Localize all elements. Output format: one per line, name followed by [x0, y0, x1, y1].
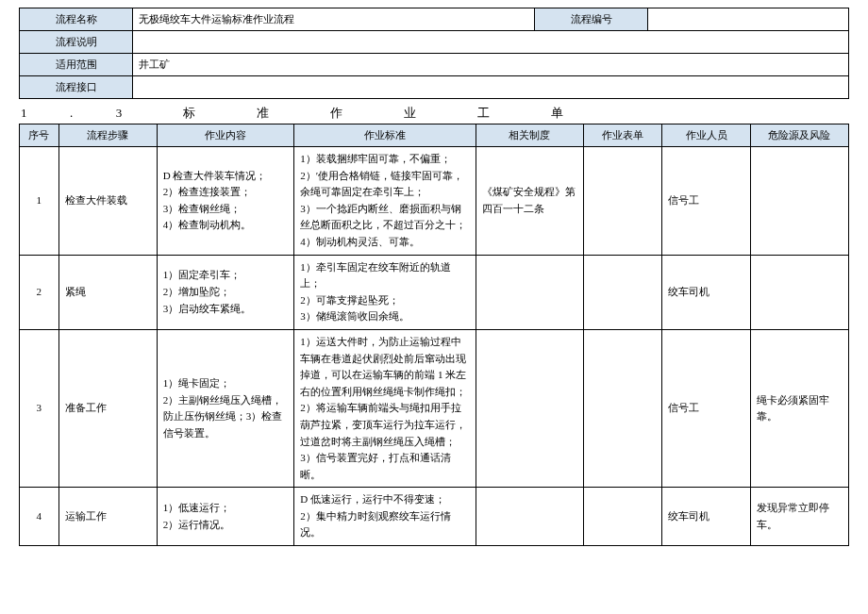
table-row: 4运输工作1）低速运行； 2）运行情况。D 低速运行，运行中不得变速； 2）集中…: [20, 488, 849, 546]
cell-seq: 2: [20, 255, 59, 329]
cell-step: 检查大件装载: [58, 147, 157, 256]
cell-regs: [476, 255, 583, 329]
header-standard: 作业标准: [294, 124, 476, 147]
cell-risk: 绳卡必须紧固牢靠。: [750, 329, 848, 487]
cell-staff: 信号工: [662, 147, 751, 256]
cell-staff: 绞车司机: [662, 255, 751, 329]
meta-table: 流程名称 无极绳绞车大件运输标准作业流程 流程编号 流程说明 适用范围 井工矿 …: [19, 8, 849, 99]
meta-label-iface: 流程接口: [20, 76, 133, 99]
cell-content: D 检查大件装车情况； 2）检查连接装置； 3）检查钢丝绳； 4）检查制动机构。: [157, 147, 294, 256]
cell-standard: D 低速运行，运行中不得变速； 2）集中精力时刻观察绞车运行情况。: [294, 488, 476, 546]
table-row: 2紧绳1）固定牵引车； 2）增加坠陀； 3）启动绞车紧绳。1）牵引车固定在绞车附…: [20, 255, 849, 329]
cell-form: [584, 147, 662, 256]
meta-value-iface: [133, 76, 849, 99]
cell-seq: 1: [20, 147, 59, 256]
cell-step: 准备工作: [58, 329, 157, 487]
cell-content: 1）绳卡固定； 2）主副钢丝绳压入绳槽，防止压伤钢丝绳；3）检查信号装置。: [157, 329, 294, 487]
header-regs: 相关制度: [476, 124, 583, 147]
cell-form: [584, 329, 662, 487]
cell-standard: 1）运送大件时，为防止运输过程中车辆在巷道起伏剧烈处前后窜动出现掉道，可以在运输…: [294, 329, 476, 487]
cell-standard: 1）牵引车固定在绞车附近的轨道上； 2）可靠支撑起坠死； 3）储绳滚筒收回余绳。: [294, 255, 476, 329]
cell-content: 1）固定牵引车； 2）增加坠陀； 3）启动绞车紧绳。: [157, 255, 294, 329]
cell-content: 1）低速运行； 2）运行情况。: [157, 488, 294, 546]
meta-value-name: 无极绳绞车大件运输标准作业流程: [133, 8, 535, 31]
header-seq: 序号: [20, 124, 59, 147]
cell-standard: 1）装载捆绑牢固可靠，不偏重； 2）′使用合格销链，链接牢固可靠，余绳可靠固定在…: [294, 147, 476, 256]
meta-label-desc: 流程说明: [20, 31, 133, 54]
cell-regs: [476, 488, 583, 546]
header-risk: 危险源及风险: [750, 124, 848, 147]
meta-label-code: 流程编号: [535, 8, 648, 31]
data-table: 序号 流程步骤 作业内容 作业标准 相关制度 作业表单 作业人员 危险源及风险 …: [19, 124, 849, 546]
cell-seq: 3: [20, 329, 59, 487]
meta-label-scope: 适用范围: [20, 54, 133, 76]
cell-staff: 绞车司机: [662, 488, 751, 546]
header-step: 流程步骤: [58, 124, 157, 147]
cell-step: 紧绳: [58, 255, 157, 329]
header-form: 作业表单: [584, 124, 662, 147]
cell-form: [584, 255, 662, 329]
meta-value-desc: [133, 31, 849, 54]
table-row: 1检查大件装载D 检查大件装车情况； 2）检查连接装置； 3）检查钢丝绳； 4）…: [20, 147, 849, 256]
cell-regs: 《煤矿安全规程》第四百一十二条: [476, 147, 583, 256]
header-staff: 作业人员: [662, 124, 751, 147]
table-row: 3准备工作1）绳卡固定； 2）主副钢丝绳压入绳槽，防止压伤钢丝绳；3）检查信号装…: [20, 329, 849, 487]
header-content: 作业内容: [157, 124, 294, 147]
cell-risk: 发现异常立即停 车。: [750, 488, 848, 546]
section-title: 1 . 3 标 准 作 业 工 单: [21, 105, 849, 122]
meta-value-scope: 井工矿: [133, 54, 849, 76]
meta-value-code: [648, 8, 849, 31]
cell-staff: 信号工: [662, 329, 751, 487]
cell-regs: [476, 329, 583, 487]
cell-risk: [750, 255, 848, 329]
cell-form: [584, 488, 662, 546]
cell-seq: 4: [20, 488, 59, 546]
cell-step: 运输工作: [58, 488, 157, 546]
cell-risk: [750, 147, 848, 256]
meta-label-name: 流程名称: [20, 8, 133, 31]
